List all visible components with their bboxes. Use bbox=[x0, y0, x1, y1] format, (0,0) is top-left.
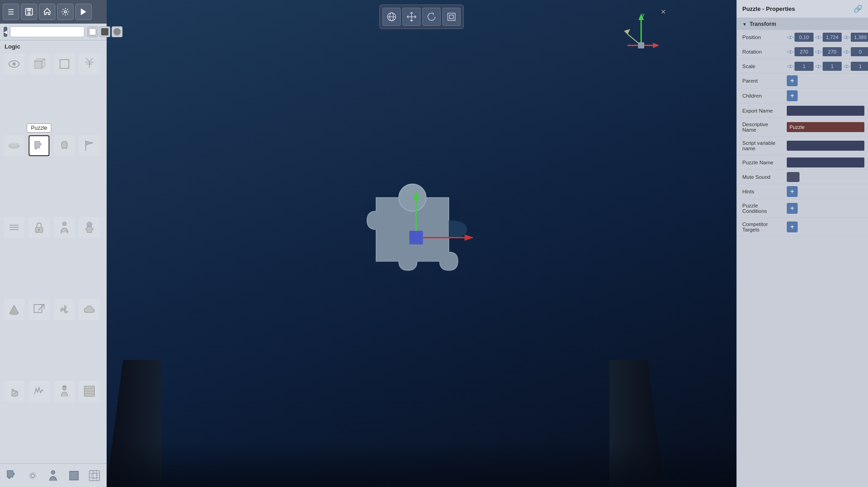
sidebar-item-fan[interactable] bbox=[54, 299, 75, 320]
hints-label: Hints bbox=[737, 187, 787, 196]
scale-y-arrows[interactable]: ◁▷ bbox=[815, 64, 822, 69]
descriptive-name-row: Descriptive Name bbox=[737, 118, 868, 137]
scale-x-input[interactable] bbox=[794, 62, 814, 71]
svg-rect-1 bbox=[27, 9, 31, 12]
puzzle-name-input[interactable] bbox=[787, 157, 864, 167]
svg-rect-53 bbox=[409, 231, 423, 244]
rotation-x-input[interactable] bbox=[794, 47, 814, 56]
competitor-targets-add-button[interactable]: + bbox=[787, 221, 798, 232]
scale-button[interactable] bbox=[442, 8, 461, 26]
sidebar-item-person[interactable] bbox=[54, 217, 75, 238]
sidebar-item-stripes[interactable] bbox=[79, 381, 100, 402]
scale-z-arrows[interactable]: ◁▷ bbox=[843, 64, 850, 69]
panel-title: Puzzle - Properties bbox=[742, 5, 795, 12]
rotation-x-arrows[interactable]: ◁▷ bbox=[787, 49, 794, 54]
puzzle-conditions-add-button[interactable]: + bbox=[787, 203, 798, 214]
transform-section-header[interactable]: ▼ Transform bbox=[737, 18, 868, 30]
bottom-map-btn[interactable] bbox=[85, 467, 103, 485]
play-button[interactable] bbox=[75, 4, 92, 20]
export-name-input[interactable] bbox=[787, 106, 864, 116]
sidebar-item-eye[interactable] bbox=[4, 54, 25, 74]
sidebar-item-hat-person[interactable] bbox=[54, 381, 75, 402]
sidebar-item-flag[interactable] bbox=[79, 135, 100, 156]
position-x-arrows[interactable]: ◁▷ bbox=[787, 34, 794, 39]
bottom-gear-btn[interactable] bbox=[24, 467, 42, 485]
sidebar-item-antenna[interactable] bbox=[79, 54, 100, 74]
parent-add-button[interactable]: + bbox=[787, 75, 798, 86]
shape-btn-dark[interactable] bbox=[99, 26, 110, 37]
sidebar-item-cloud[interactable] bbox=[79, 299, 100, 320]
svg-point-7 bbox=[13, 63, 15, 64]
scale-x-arrows[interactable]: ◁▷ bbox=[787, 64, 794, 69]
settings-button[interactable] bbox=[57, 4, 74, 20]
sidebar-item-portal[interactable] bbox=[29, 299, 49, 320]
icon-grid: Puzzle bbox=[0, 52, 107, 463]
position-z-arrows[interactable]: ◁▷ bbox=[843, 34, 850, 39]
puzzle-name-row: Puzzle Name bbox=[737, 155, 868, 170]
export-name-row: Export Name bbox=[737, 103, 868, 118]
svg-rect-9 bbox=[60, 59, 69, 68]
rotation-z-arrows[interactable]: ◁▷ bbox=[843, 49, 850, 54]
position-y-input[interactable] bbox=[823, 33, 842, 42]
rotation-z-input[interactable] bbox=[851, 47, 868, 56]
rotation-y-field: ◁▷ bbox=[815, 47, 842, 56]
svg-point-20 bbox=[38, 229, 40, 231]
mute-sound-toggle[interactable] bbox=[787, 172, 799, 182]
sidebar-item-ghost[interactable] bbox=[54, 135, 75, 156]
bottom-puzzle-btn[interactable] bbox=[3, 467, 21, 485]
scale-y-field: ◁▷ bbox=[815, 62, 842, 71]
sidebar-item-cone[interactable] bbox=[4, 299, 25, 320]
rotation-x-field: ◁▷ bbox=[787, 47, 814, 56]
sidebar-item-lines[interactable] bbox=[4, 217, 25, 238]
hints-row: Hints + bbox=[737, 184, 868, 199]
shape-btn-white[interactable] bbox=[87, 26, 98, 37]
main-viewport[interactable]: y ✕ bbox=[107, 0, 736, 487]
sidebar-item-wave[interactable] bbox=[29, 381, 49, 402]
position-row: Position ◁▷ ◁▷ ◁▷ bbox=[737, 30, 868, 44]
rotation-y-input[interactable] bbox=[823, 47, 842, 56]
hints-add-button[interactable]: + bbox=[787, 186, 798, 197]
globe-button[interactable] bbox=[383, 8, 401, 26]
sidebar-item-cube[interactable] bbox=[29, 54, 49, 74]
position-y-arrows[interactable]: ◁▷ bbox=[815, 34, 822, 39]
children-value: + bbox=[787, 90, 868, 101]
home-button[interactable] bbox=[39, 4, 55, 20]
bottom-box-btn[interactable] bbox=[65, 467, 83, 485]
position-x-input[interactable] bbox=[794, 33, 814, 42]
svg-rect-37 bbox=[89, 470, 99, 480]
sidebar-item-astronaut[interactable] bbox=[79, 217, 100, 238]
viewport-toolbar bbox=[379, 5, 464, 29]
shape-btn-circle[interactable] bbox=[112, 26, 123, 37]
collapse-button[interactable]: ◀ bbox=[4, 27, 7, 37]
descriptive-name-input[interactable] bbox=[787, 122, 864, 132]
gizmo-close-button[interactable]: ✕ bbox=[661, 8, 666, 15]
svg-point-52 bbox=[399, 184, 426, 211]
svg-marker-4 bbox=[81, 9, 86, 15]
children-row: Children + bbox=[737, 89, 868, 103]
rotate-button[interactable] bbox=[422, 8, 441, 26]
sidebar-item-hand[interactable] bbox=[4, 381, 25, 402]
position-z-input[interactable] bbox=[851, 33, 868, 42]
parent-label: Parent bbox=[737, 76, 787, 85]
puzzle-conditions-value: + bbox=[787, 203, 868, 214]
search-input[interactable] bbox=[10, 26, 84, 37]
svg-point-33 bbox=[31, 474, 34, 477]
sidebar-item-lock[interactable] bbox=[29, 217, 49, 238]
panel-link-icon[interactable]: 🔗 bbox=[853, 5, 863, 13]
rotation-y-arrows[interactable]: ◁▷ bbox=[815, 49, 822, 54]
scale-z-input[interactable] bbox=[851, 62, 868, 71]
sidebar-item-puzzle[interactable]: Puzzle bbox=[29, 135, 49, 156]
save-button[interactable] bbox=[21, 4, 37, 20]
svg-point-28 bbox=[63, 386, 66, 390]
sidebar-item-box[interactable] bbox=[54, 54, 75, 74]
children-add-button[interactable]: + bbox=[787, 90, 798, 101]
competitor-targets-label: Competitor Targets bbox=[737, 220, 787, 234]
move-button[interactable] bbox=[402, 8, 421, 26]
scale-y-input[interactable] bbox=[823, 62, 842, 71]
sidebar-item-circle[interactable] bbox=[4, 135, 25, 156]
bottom-person-btn[interactable] bbox=[44, 467, 62, 485]
menu-button[interactable]: ☰ bbox=[3, 4, 19, 20]
script-var-input[interactable] bbox=[787, 141, 864, 151]
floor bbox=[107, 442, 736, 487]
panel-content: Position ◁▷ ◁▷ ◁▷ Rotation bbox=[737, 30, 868, 487]
